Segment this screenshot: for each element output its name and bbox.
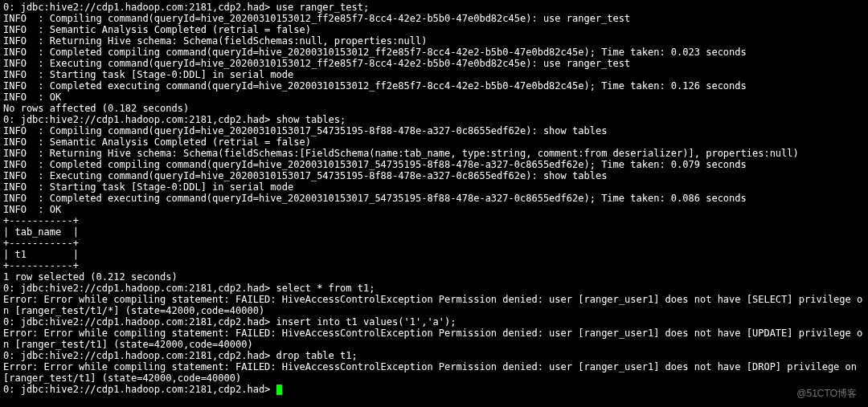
terminal-line: | t1 | bbox=[3, 249, 865, 260]
terminal-line: Error: Error while compiling statement: … bbox=[3, 328, 865, 350]
terminal-line: Error: Error while compiling statement: … bbox=[3, 361, 865, 384]
terminal-line: Error: Error while compiling statement: … bbox=[3, 294, 865, 316]
terminal-line: INFO : Completed compiling command(query… bbox=[3, 159, 865, 170]
terminal-line: INFO : Returning Hive schema: Schema(fie… bbox=[3, 35, 865, 47]
terminal-line: 1 row selected (0.212 seconds) bbox=[3, 271, 865, 283]
terminal-line: INFO : Returning Hive schema: Schema(fie… bbox=[3, 148, 865, 159]
terminal-line: INFO : OK bbox=[3, 204, 865, 215]
terminal-line: 0: jdbc:hive2://cdp1.hadoop.com:2181,cdp… bbox=[3, 2, 865, 13]
terminal-line: INFO : Compiling command(queryId=hive_20… bbox=[3, 13, 865, 24]
terminal-line: | tab_name | bbox=[3, 226, 865, 238]
terminal-line: INFO : OK bbox=[3, 92, 865, 103]
terminal-line: 0: jdbc:hive2://cdp1.hadoop.com:2181,cdp… bbox=[3, 114, 865, 125]
terminal-line: INFO : Starting task [Stage-0:DDL] in se… bbox=[3, 69, 865, 80]
terminal-line: INFO : Completed executing command(query… bbox=[3, 193, 865, 204]
terminal-line: INFO : Starting task [Stage-0:DDL] in se… bbox=[3, 181, 865, 193]
terminal-line: +-----------+ bbox=[3, 238, 865, 249]
terminal[interactable]: 0: jdbc:hive2://cdp1.hadoop.com:2181,cdp… bbox=[0, 0, 868, 397]
terminal-line: INFO : Completed compiling command(query… bbox=[3, 47, 865, 58]
terminal-line: INFO : Semantic Analysis Completed (retr… bbox=[3, 24, 865, 35]
terminal-line: 0: jdbc:hive2://cdp1.hadoop.com:2181,cdp… bbox=[3, 316, 865, 328]
terminal-line: +-----------+ bbox=[3, 260, 865, 271]
terminal-line: No rows affected (0.182 seconds) bbox=[3, 103, 865, 114]
terminal-line: INFO : Executing command(queryId=hive_20… bbox=[3, 58, 865, 69]
cursor bbox=[276, 385, 282, 395]
terminal-line: INFO : Completed executing command(query… bbox=[3, 80, 865, 92]
terminal-line: 0: jdbc:hive2://cdp1.hadoop.com:2181,cdp… bbox=[3, 384, 865, 395]
terminal-line: INFO : Executing command(queryId=hive_20… bbox=[3, 170, 865, 181]
terminal-line: +-----------+ bbox=[3, 215, 865, 226]
terminal-line: INFO : Semantic Analysis Completed (retr… bbox=[3, 136, 865, 148]
terminal-line: INFO : Compiling command(queryId=hive_20… bbox=[3, 125, 865, 136]
terminal-line: 0: jdbc:hive2://cdp1.hadoop.com:2181,cdp… bbox=[3, 283, 865, 294]
watermark: @51CTO博客 bbox=[796, 388, 857, 399]
terminal-line: 0: jdbc:hive2://cdp1.hadoop.com:2181,cdp… bbox=[3, 350, 865, 361]
